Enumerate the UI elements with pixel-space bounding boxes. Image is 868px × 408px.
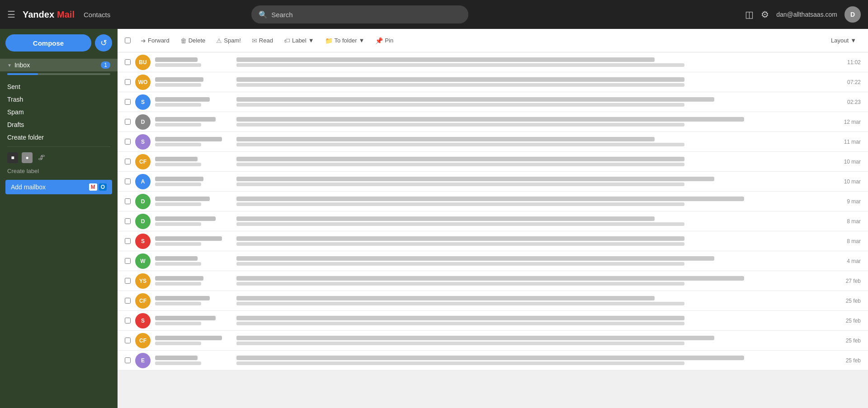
email-row[interactable]: CF 25 feb [118, 331, 868, 351]
email-row[interactable]: BU 11:02 [118, 52, 868, 72]
email-content-bar2 [236, 103, 684, 107]
email-row[interactable]: W 4 mar [118, 251, 868, 271]
email-row[interactable]: D 9 mar [118, 192, 868, 211]
create-label-button[interactable]: Create label [0, 166, 118, 176]
email-checkbox[interactable] [125, 357, 131, 363]
email-sender-bar2 [155, 63, 201, 67]
email-row[interactable]: CF 10 mar [118, 152, 868, 172]
email-checkbox[interactable] [125, 159, 131, 164]
spam-button[interactable]: ⚠ Spam! [212, 34, 245, 47]
email-content-bar [236, 157, 684, 161]
email-checkbox[interactable] [125, 178, 131, 184]
label-icon-gray[interactable]: ● [22, 152, 33, 163]
email-content-block [236, 356, 834, 365]
delete-button[interactable]: 🗑 Delete [176, 34, 210, 47]
add-mailbox-button[interactable]: Add mailbox M O [5, 180, 112, 194]
email-content-bar2 [236, 242, 684, 246]
label-label: Label [292, 37, 307, 44]
label-icon-attach[interactable]: 🖇 [36, 152, 47, 163]
search-bar[interactable]: 🔍 [251, 5, 468, 23]
email-row[interactable]: S 11 mar [118, 132, 868, 152]
email-content-bar [236, 177, 714, 181]
email-sender-block [155, 356, 232, 365]
email-row[interactable]: E 25 feb [118, 351, 868, 370]
refresh-button[interactable]: ↺ [95, 34, 112, 52]
email-sender-block [155, 157, 232, 166]
email-row[interactable]: D 12 mar [118, 112, 868, 132]
email-content-bar2 [236, 262, 684, 266]
layout-button[interactable]: Layout ▼ [826, 34, 861, 47]
pin-button[interactable]: 📌 Pin [371, 34, 398, 47]
sidebar-label-row: ■ ● 🖇 [0, 150, 118, 166]
delete-icon: 🗑 [180, 37, 187, 44]
email-row[interactable]: S 8 mar [118, 231, 868, 251]
email-row[interactable]: YS 27 feb [118, 271, 868, 291]
sidebar-item-inbox[interactable]: ▼ Inbox 1 [0, 59, 118, 71]
email-time: 8 mar [838, 238, 861, 244]
email-row[interactable]: WO 07:22 [118, 72, 868, 92]
email-checkbox[interactable] [125, 338, 131, 343]
spam-icon: ⚠ [216, 37, 222, 44]
sidebar-item-trash[interactable]: Trash [0, 93, 118, 106]
logo-mail: Mail [57, 9, 75, 20]
email-sender-bar [155, 216, 216, 221]
sidebar-item-create-folder-label: Create folder [7, 134, 44, 141]
storage-progress [7, 73, 110, 75]
email-sender-block [155, 316, 232, 325]
email-sender-bar2 [155, 262, 201, 266]
email-checkbox[interactable] [125, 298, 131, 304]
search-input[interactable] [271, 11, 461, 19]
forward-label: Forward [148, 37, 170, 44]
select-all-checkbox[interactable] [125, 38, 131, 43]
email-row[interactable]: S 25 feb [118, 311, 868, 331]
email-sender-bar [155, 157, 198, 161]
avatar[interactable]: D [844, 6, 861, 23]
email-sender-block [155, 97, 232, 107]
email-sender-bar2 [155, 83, 201, 87]
email-content-bar [236, 97, 714, 102]
email-content-bar [236, 236, 684, 241]
forward-button[interactable]: ➜ Forward [136, 34, 174, 47]
email-checkbox[interactable] [125, 79, 131, 85]
layout-dropdown-icon: ▼ [850, 37, 856, 44]
settings-icon[interactable]: ⚙ [761, 9, 769, 20]
label-button[interactable]: 🏷 Label ▼ [279, 34, 319, 47]
mailbox-icons: M O [89, 183, 107, 191]
to-folder-dropdown-icon: ▼ [359, 37, 364, 44]
email-checkbox[interactable] [125, 119, 131, 125]
sidebar-item-drafts[interactable]: Drafts [0, 118, 118, 131]
notifications-icon[interactable]: ◫ [745, 9, 754, 20]
label-icon-dark[interactable]: ■ [7, 152, 18, 163]
email-checkbox[interactable] [125, 99, 131, 105]
email-checkbox[interactable] [125, 218, 131, 224]
email-sender-block [155, 177, 232, 186]
email-checkbox[interactable] [125, 258, 131, 264]
email-sender-block [155, 57, 232, 67]
email-content-bar2 [236, 222, 684, 226]
email-checkbox[interactable] [125, 198, 131, 204]
email-time: 07:22 [838, 79, 861, 85]
email-content-bar2 [236, 342, 684, 345]
email-row[interactable]: D 8 mar [118, 211, 868, 231]
email-row[interactable]: A 10 mar [118, 172, 868, 192]
email-row[interactable]: CF 25 feb [118, 291, 868, 311]
email-avatar: W [135, 253, 151, 269]
email-checkbox[interactable] [125, 59, 131, 65]
email-content-block [236, 197, 834, 206]
to-folder-button[interactable]: 📁 To folder ▼ [321, 34, 369, 47]
email-content-bar [236, 316, 684, 320]
sidebar-item-sent[interactable]: Sent [0, 80, 118, 93]
email-checkbox[interactable] [125, 139, 131, 145]
compose-button[interactable]: Compose [5, 34, 91, 52]
read-button[interactable]: ✉ Read [247, 34, 278, 47]
email-sender-bar2 [155, 302, 201, 305]
sidebar-item-spam[interactable]: Spam [0, 106, 118, 118]
sidebar-item-create-folder[interactable]: Create folder [0, 131, 118, 144]
email-row[interactable]: S 02:23 [118, 92, 868, 112]
menu-icon[interactable]: ☰ [7, 9, 15, 20]
email-checkbox[interactable] [125, 318, 131, 324]
contacts-link[interactable]: Contacts [84, 11, 110, 19]
email-time: 25 feb [838, 298, 861, 304]
email-checkbox[interactable] [125, 238, 131, 244]
email-checkbox[interactable] [125, 278, 131, 284]
